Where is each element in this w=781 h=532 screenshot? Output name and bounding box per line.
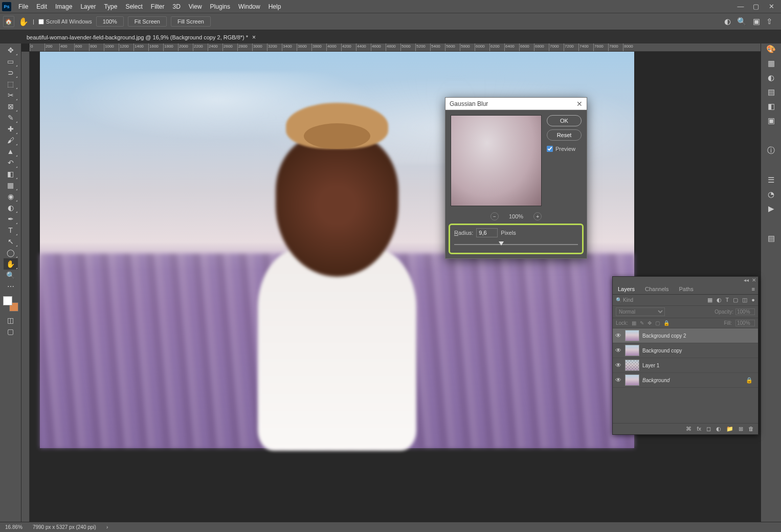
layer-row[interactable]: 👁Background copy 2 xyxy=(613,328,758,343)
stamp-tool[interactable]: ▲ xyxy=(4,146,18,157)
dialog-titlebar[interactable]: Gaussian Blur ✕ xyxy=(445,98,587,110)
visibility-icon[interactable]: 👁 xyxy=(615,376,622,384)
layer-name[interactable]: Background copy xyxy=(642,348,682,353)
cloud-icon[interactable]: ◐ xyxy=(724,17,731,26)
opacity-value[interactable]: 100% xyxy=(735,308,755,315)
visibility-icon[interactable]: 👁 xyxy=(615,347,622,354)
minimize-icon[interactable]: ― xyxy=(733,3,748,10)
menu-edit[interactable]: Edit xyxy=(32,1,51,12)
visibility-icon[interactable]: 👁 xyxy=(615,332,622,339)
preview-checkbox-input[interactable] xyxy=(547,146,553,152)
menu-view[interactable]: View xyxy=(185,1,206,12)
layer-row[interactable]: 👁Layer 1 xyxy=(613,358,758,373)
lock-pixels-icon[interactable]: ▦ xyxy=(632,320,636,326)
filter-pixel-icon[interactable]: ▦ xyxy=(707,297,712,303)
menu-window[interactable]: Window xyxy=(234,1,264,12)
path-tool[interactable]: ↖ xyxy=(4,236,18,247)
shape-tool[interactable]: ◯ xyxy=(4,247,18,258)
selection-tool[interactable]: ⬚ xyxy=(4,78,18,90)
layer-row[interactable]: 👁Background🔒 xyxy=(613,373,758,388)
layer-thumbnail[interactable] xyxy=(625,360,639,371)
properties-panel-icon[interactable]: ⓘ xyxy=(765,146,777,155)
lasso-tool[interactable]: ⊃ xyxy=(4,67,18,78)
history-brush-tool[interactable]: ↶ xyxy=(4,157,18,168)
preview-checkbox[interactable]: Preview xyxy=(547,146,582,152)
lock-brush-icon[interactable]: ✎ xyxy=(640,320,644,326)
scroll-all-input[interactable] xyxy=(38,19,44,25)
status-arrow-icon[interactable]: › xyxy=(106,524,108,530)
layer-name[interactable]: Background copy 2 xyxy=(642,333,686,339)
dialog-close-icon[interactable]: ✕ xyxy=(576,100,583,108)
collapse-icon[interactable]: ◂◂ xyxy=(744,277,749,283)
edit-toolbar[interactable]: ⋯ xyxy=(4,281,18,292)
reset-button[interactable]: Reset xyxy=(547,129,582,141)
zoom-tool[interactable]: 🔍 xyxy=(4,270,18,281)
fill-screen-button[interactable]: Fill Screen xyxy=(171,16,211,27)
menu-image[interactable]: Image xyxy=(51,1,76,12)
menu-type[interactable]: Type xyxy=(100,1,121,12)
dialog-preview-image[interactable] xyxy=(451,115,542,206)
filter-adjust-icon[interactable]: ◐ xyxy=(717,297,722,303)
new-layer-icon[interactable]: ⊞ xyxy=(739,426,743,432)
color-swatches[interactable] xyxy=(3,296,18,312)
blur-tool[interactable]: ◉ xyxy=(4,191,18,202)
layer-name[interactable]: Background xyxy=(642,378,670,383)
dodge-tool[interactable]: ◐ xyxy=(4,202,18,213)
fill-value[interactable]: 100% xyxy=(735,320,755,326)
share-icon[interactable]: ⇧ xyxy=(766,17,773,26)
tab-close-icon[interactable]: × xyxy=(252,34,256,41)
maximize-icon[interactable]: ▢ xyxy=(748,3,764,10)
layer-thumbnail[interactable] xyxy=(625,374,639,386)
workspace-icon[interactable]: ▣ xyxy=(753,17,760,26)
layer-row[interactable]: 👁Background copy xyxy=(613,343,758,358)
layer-thumbnail[interactable] xyxy=(625,330,639,341)
group-icon[interactable]: 📁 xyxy=(726,426,733,432)
crop-tool[interactable]: ✂ xyxy=(4,90,18,101)
layer-thumbnail[interactable] xyxy=(625,345,639,356)
adjustments-panel-icon[interactable]: ◧ xyxy=(765,102,777,111)
menu-filter[interactable]: Filter xyxy=(147,1,169,12)
layer-style-icon[interactable]: fx xyxy=(697,426,701,432)
menu-3d[interactable]: 3D xyxy=(168,1,184,12)
visibility-icon[interactable]: 👁 xyxy=(615,362,622,369)
marquee-tool[interactable]: ▭ xyxy=(4,56,18,67)
patterns-panel-icon[interactable]: ▤ xyxy=(765,87,777,97)
blend-mode-select[interactable]: Normal xyxy=(616,307,665,316)
document-tab[interactable]: beautiful-woman-lavender-field-backgroun… xyxy=(23,31,260,43)
layers-panel-icon[interactable]: ▤ xyxy=(765,234,777,243)
swatches-panel-icon[interactable]: ▦ xyxy=(765,59,777,68)
tab-paths[interactable]: Paths xyxy=(674,284,699,294)
zoom-out-icon[interactable]: − xyxy=(490,212,499,220)
quick-mask-tool[interactable]: ◫ xyxy=(4,315,18,326)
menu-file[interactable]: File xyxy=(14,1,32,12)
fg-color[interactable] xyxy=(3,296,12,305)
search-icon[interactable]: 🔍 xyxy=(737,17,747,26)
move-tool[interactable]: ✥ xyxy=(4,45,18,56)
panel-close-icon[interactable]: ✕ xyxy=(752,277,756,283)
delete-layer-icon[interactable]: 🗑 xyxy=(748,426,754,432)
menu-plugins[interactable]: Plugins xyxy=(206,1,234,12)
link-layers-icon[interactable]: ⌘ xyxy=(686,426,691,432)
adjustment-layer-icon[interactable]: ◐ xyxy=(716,426,721,432)
eyedropper-tool[interactable]: ✎ xyxy=(4,112,18,123)
filter-smart-icon[interactable]: ◫ xyxy=(742,297,747,303)
filter-type-icon[interactable]: T xyxy=(726,297,729,303)
layer-name[interactable]: Layer 1 xyxy=(642,363,659,368)
actions-panel-icon[interactable]: ▶ xyxy=(765,204,777,213)
color-panel-icon[interactable]: 🎨 xyxy=(765,45,777,54)
status-doc-info[interactable]: 7990 px x 5327 px (240 ppi) xyxy=(33,524,96,530)
tab-channels[interactable]: Channels xyxy=(640,284,674,294)
gradient-tool[interactable]: ▦ xyxy=(4,180,18,191)
close-icon[interactable]: ✕ xyxy=(764,3,779,10)
panel-menu-icon[interactable]: ≡ xyxy=(749,284,758,294)
healing-tool[interactable]: ✚ xyxy=(4,123,18,135)
lock-all-icon[interactable]: 🔒 xyxy=(663,320,670,326)
brush-tool[interactable]: 🖌 xyxy=(4,135,18,146)
home-button[interactable]: 🏠 xyxy=(3,16,14,27)
eraser-tool[interactable]: ◧ xyxy=(4,168,18,180)
zoom-in-icon[interactable]: + xyxy=(533,212,542,220)
ok-button[interactable]: OK xyxy=(547,115,582,126)
lock-position-icon[interactable]: ✥ xyxy=(648,320,652,326)
radius-slider[interactable] xyxy=(454,241,578,248)
fit-screen-button[interactable]: Fit Screen xyxy=(128,16,167,27)
